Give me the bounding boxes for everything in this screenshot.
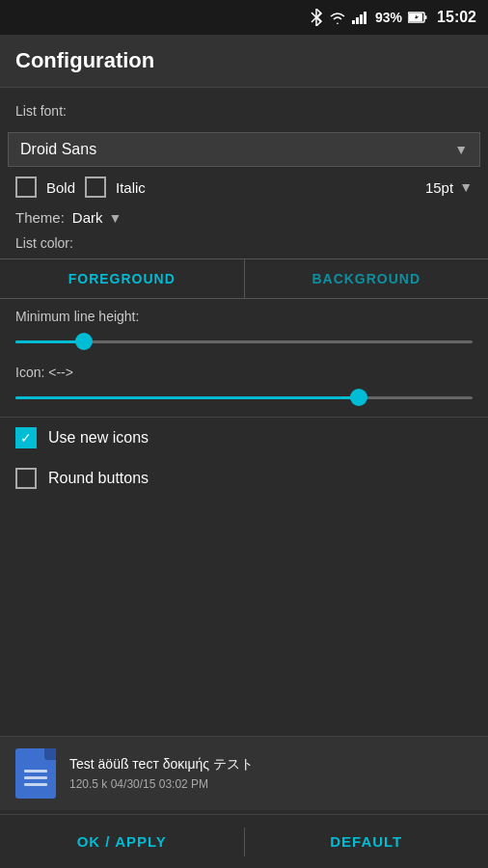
ok-apply-button[interactable]: OK / APPLY bbox=[0, 818, 244, 865]
theme-arrow: ▼ bbox=[109, 210, 122, 226]
theme-row: Theme: Dark ▼ bbox=[0, 203, 488, 231]
tab-foreground[interactable]: FOREGROUND bbox=[0, 259, 244, 298]
icon-slider-fill bbox=[15, 396, 359, 399]
battery-icon bbox=[408, 12, 427, 23]
wifi-icon bbox=[329, 11, 346, 24]
line-height-thumb[interactable] bbox=[75, 333, 93, 350]
default-button[interactable]: DEFAULT bbox=[245, 818, 489, 865]
svg-rect-2 bbox=[360, 14, 363, 24]
file-line-1 bbox=[24, 770, 47, 773]
content-area: List font: Droid Sans ▼ Bold Italic 15pt… bbox=[0, 88, 488, 508]
line-height-label: Minimum line height: bbox=[15, 309, 473, 324]
preview-meta: 120.5 k 04/30/15 03:02 PM bbox=[69, 777, 473, 791]
line-height-slider[interactable] bbox=[15, 332, 473, 351]
list-font-label: List font: bbox=[15, 103, 473, 119]
bold-label: Bold bbox=[46, 179, 75, 196]
theme-value: Dark bbox=[72, 209, 103, 226]
line-height-fill bbox=[15, 340, 84, 343]
status-time: 15:02 bbox=[437, 9, 476, 26]
font-options-row: Bold Italic 15pt ▼ bbox=[0, 171, 488, 203]
italic-label: Italic bbox=[116, 179, 146, 196]
font-dropdown-value: Droid Sans bbox=[20, 141, 96, 158]
page-title: Configuration bbox=[15, 48, 473, 73]
font-size-row: 15pt ▼ bbox=[425, 179, 473, 196]
bold-checkbox[interactable] bbox=[15, 176, 37, 198]
svg-rect-0 bbox=[352, 20, 355, 24]
status-bar: 93% 15:02 bbox=[0, 0, 488, 35]
file-icon-lines bbox=[24, 770, 47, 786]
icon-slider-track bbox=[15, 396, 473, 399]
file-icon bbox=[15, 748, 56, 799]
icon-slider-label: Icon: <--> bbox=[15, 365, 473, 380]
svg-rect-1 bbox=[356, 17, 359, 24]
file-line-3 bbox=[24, 783, 47, 786]
use-new-icons-row: Use new icons bbox=[0, 418, 488, 458]
font-dropdown[interactable]: Droid Sans ▼ bbox=[8, 132, 480, 167]
icon-slider-section: Icon: <--> bbox=[0, 361, 488, 417]
list-color-label: List color: bbox=[0, 231, 488, 255]
signal-icon bbox=[352, 11, 369, 24]
bottom-bar: OK / APPLY DEFAULT bbox=[0, 814, 488, 868]
theme-dropdown[interactable]: Dark ▼ bbox=[72, 209, 122, 226]
svg-rect-3 bbox=[364, 12, 366, 24]
bluetooth-icon bbox=[310, 9, 323, 26]
status-icons: 93% 15:02 bbox=[310, 9, 476, 26]
theme-label: Theme: bbox=[15, 209, 65, 226]
use-new-icons-checkbox[interactable] bbox=[15, 427, 37, 448]
file-line-2 bbox=[24, 776, 47, 779]
icon-slider-thumb[interactable] bbox=[350, 389, 367, 406]
italic-checkbox[interactable] bbox=[85, 176, 106, 198]
preview-info: Test äöüß тест δοκιμής テスト 120.5 k 04/30… bbox=[69, 756, 473, 791]
round-buttons-checkbox[interactable] bbox=[15, 468, 37, 489]
preview-section: Test äöüß тест δοκιμής テスト 120.5 k 04/30… bbox=[0, 736, 488, 810]
use-new-icons-label: Use new icons bbox=[48, 429, 149, 447]
battery-percent: 93% bbox=[375, 10, 402, 25]
font-size-arrow[interactable]: ▼ bbox=[459, 179, 473, 195]
preview-filename: Test äöüß тест δοκιμής テスト bbox=[69, 756, 473, 773]
line-height-track bbox=[15, 340, 473, 343]
title-bar: Configuration bbox=[0, 35, 488, 88]
tab-background[interactable]: BACKGROUND bbox=[245, 259, 489, 298]
icon-slider[interactable] bbox=[15, 388, 473, 407]
round-buttons-row: Round buttons bbox=[0, 458, 488, 499]
font-size-value: 15pt bbox=[425, 179, 453, 196]
svg-rect-5 bbox=[425, 15, 427, 19]
list-font-section: List font: bbox=[0, 97, 488, 128]
round-buttons-label: Round buttons bbox=[48, 470, 149, 487]
font-dropdown-arrow: ▼ bbox=[454, 142, 468, 157]
line-height-section: Minimum line height: bbox=[0, 299, 488, 361]
tabs-row: FOREGROUND BACKGROUND bbox=[0, 258, 488, 299]
